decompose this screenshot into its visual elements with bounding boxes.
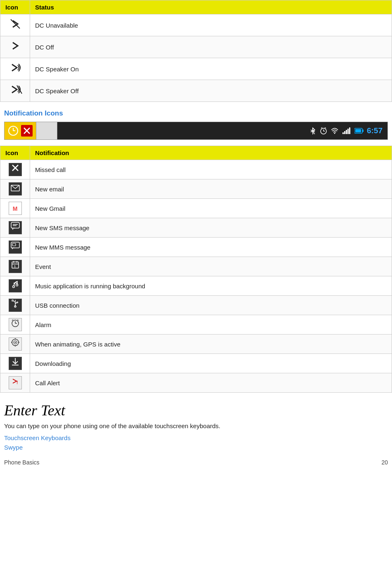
table-row: DC Unavailable xyxy=(0,14,392,36)
dc-spk-on-icon xyxy=(8,61,23,74)
battery-icon xyxy=(354,128,364,134)
dc-spk-off-icon xyxy=(8,83,23,96)
dc-unavail-icon xyxy=(9,17,22,31)
downloading-notification: Downloading xyxy=(30,354,392,373)
new-mms-icon xyxy=(9,240,22,254)
table-row: Missed call xyxy=(0,160,392,179)
new-mms-icon-cell xyxy=(0,238,30,257)
dc-status-table: Icon Status DC Unavailable xyxy=(0,0,392,102)
dc-spk-on-icon-cell xyxy=(0,58,30,80)
svg-line-50 xyxy=(12,320,13,320)
svg-point-39 xyxy=(12,286,14,288)
dc-unavail-status: DC Unavailable xyxy=(30,14,392,36)
table-row: Downloading xyxy=(0,354,392,373)
bluetooth-icon xyxy=(309,127,316,134)
new-email-notification: New email xyxy=(30,179,392,199)
svg-rect-33 xyxy=(12,243,16,246)
gps-notification: When animating, GPS is active xyxy=(30,335,392,354)
alarm-icon-cell xyxy=(0,315,30,335)
notif-bar-left xyxy=(4,122,36,140)
alarm-status-icon xyxy=(320,127,327,134)
svg-point-54 xyxy=(14,342,16,343)
missed-call-icon xyxy=(9,163,22,176)
page-footer: Phone Basics 20 xyxy=(0,453,392,468)
svg-rect-19 xyxy=(344,131,345,134)
notification-bar: 6:57 xyxy=(4,122,388,140)
dc-spk-off-icon-cell xyxy=(0,80,30,102)
new-gmail-icon: M xyxy=(9,202,22,215)
call-alert-notification: Call Alert xyxy=(30,373,392,393)
signal-icon xyxy=(342,127,351,134)
event-icon-cell: 1 xyxy=(0,257,30,276)
table-row: USB connection xyxy=(0,296,392,315)
dc-table-header-icon: Icon xyxy=(0,0,30,14)
dc-spk-off-status: DC Speaker Off xyxy=(30,80,392,102)
svg-rect-18 xyxy=(342,132,344,134)
table-row: New email xyxy=(0,179,392,199)
footer-left: Phone Basics xyxy=(4,459,40,466)
gps-icon-cell xyxy=(0,335,30,354)
new-mms-notification: New MMS message xyxy=(30,238,392,257)
svg-rect-43 xyxy=(12,300,13,301)
table-row: DC Speaker On xyxy=(0,58,392,80)
table-row: Music application is running background xyxy=(0,276,392,296)
new-sms-icon-cell xyxy=(0,218,30,238)
enter-text-body: You can type on your phone using one of … xyxy=(4,422,388,429)
table-row: New SMS message xyxy=(0,218,392,238)
svg-line-15 xyxy=(321,127,322,128)
table-row: New MMS message xyxy=(0,238,392,257)
download-icon-cell xyxy=(0,354,30,373)
table-row: M New Gmail xyxy=(0,199,392,218)
new-sms-notification: New SMS message xyxy=(30,218,392,238)
music-icon-cell xyxy=(0,276,30,296)
notification-heading: Notification Icons xyxy=(4,109,392,118)
table-row: Alarm xyxy=(0,315,392,335)
page-container: Icon Status DC Unavailable xyxy=(0,0,392,468)
new-email-icon-cell xyxy=(0,179,30,199)
event-notification: Event xyxy=(30,257,392,276)
call-alert-icon: ! xyxy=(9,376,22,389)
usb-notification: USB connection xyxy=(30,296,392,315)
svg-text:!: ! xyxy=(17,380,18,385)
dc-table-wrapper: Icon Status DC Unavailable xyxy=(0,0,392,102)
svg-line-16 xyxy=(325,127,326,128)
table-row: DC Speaker Off xyxy=(0,80,392,102)
svg-point-17 xyxy=(334,133,335,134)
dc-table-header-status: Status xyxy=(30,0,392,14)
alarm-icon xyxy=(9,318,22,331)
dc-spk-on-status: DC Speaker On xyxy=(30,58,392,80)
touchscreen-keyboards-link[interactable]: Touchscreen Keyboards xyxy=(4,434,388,441)
music-icon xyxy=(9,279,22,292)
footer-right: 20 xyxy=(381,459,388,466)
svg-rect-21 xyxy=(347,129,349,134)
notification-table-wrapper: Icon Notification Missed ca xyxy=(0,146,392,393)
table-row: When animating, GPS is active xyxy=(0,335,392,354)
notif-bar-spacer xyxy=(36,122,57,140)
swype-link[interactable]: Swype xyxy=(4,444,388,451)
table-row: 1 Event xyxy=(0,257,392,276)
svg-rect-22 xyxy=(349,127,350,134)
svg-rect-24 xyxy=(362,130,364,132)
svg-point-40 xyxy=(16,284,18,286)
dc-off-icon-cell xyxy=(0,36,30,58)
music-notification: Music application is running background xyxy=(30,276,392,296)
table-row: ! Call Alert xyxy=(0,373,392,393)
table-row: DC Off xyxy=(0,36,392,58)
event-icon: 1 xyxy=(9,260,22,273)
dc-off-status: DC Off xyxy=(30,36,392,58)
new-sms-icon xyxy=(9,221,22,234)
notif-table-header-notification: Notification xyxy=(30,146,392,160)
usb-icon-cell xyxy=(0,296,30,315)
svg-line-51 xyxy=(17,320,19,320)
missed-call-notification: Missed call xyxy=(30,160,392,179)
new-gmail-icon-cell: M xyxy=(0,199,30,218)
status-bar-time: 6:57 xyxy=(367,126,383,135)
dc-off-icon xyxy=(9,39,22,52)
svg-text:1: 1 xyxy=(14,265,16,268)
download-icon xyxy=(9,357,22,370)
new-email-icon xyxy=(9,182,22,196)
svg-rect-20 xyxy=(346,130,347,134)
wifi-icon xyxy=(331,127,339,134)
svg-rect-25 xyxy=(355,129,361,132)
notification-table: Icon Notification Missed ca xyxy=(0,146,392,393)
